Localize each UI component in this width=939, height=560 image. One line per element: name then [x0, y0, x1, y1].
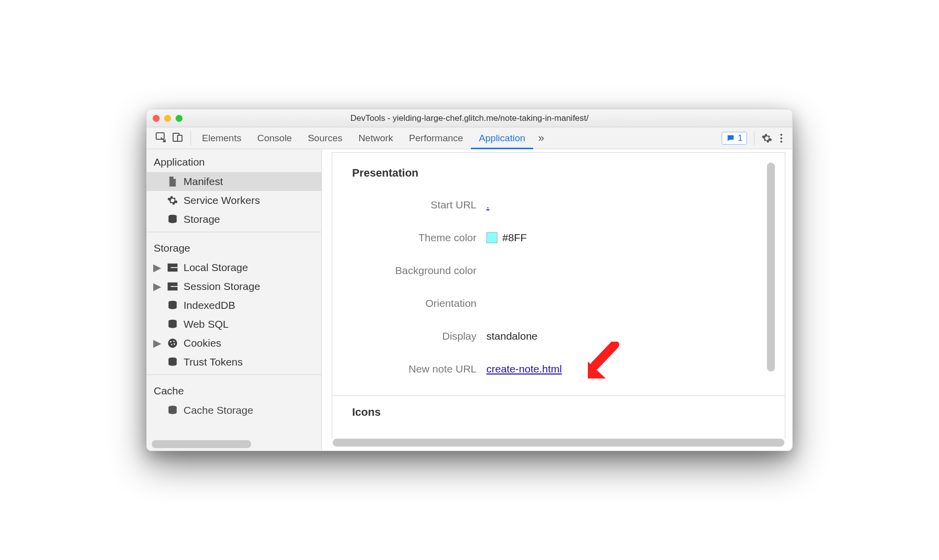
svg-point-4	[780, 137, 782, 139]
tab-application[interactable]: Application	[471, 127, 533, 149]
window-controls	[153, 115, 183, 122]
application-sidebar: Application Manifest Service Workers Sto…	[147, 149, 322, 451]
more-menu-icon[interactable]	[776, 133, 786, 144]
tab-sources[interactable]: Sources	[300, 127, 351, 149]
maximize-window-button[interactable]	[176, 115, 183, 122]
device-toolbar-icon[interactable]	[172, 131, 184, 145]
sidebar-item-storage[interactable]: Storage	[147, 210, 321, 229]
svg-point-3	[780, 134, 782, 136]
section-presentation: Presentation	[332, 153, 785, 188]
row-orientation: Orientation	[332, 287, 785, 320]
sidebar-item-session-storage[interactable]: ▶ Session Storage	[147, 277, 321, 296]
sidebar-group-application: Application	[147, 153, 321, 172]
main-horizontal-scrollbar[interactable]	[333, 439, 784, 448]
minimize-window-button[interactable]	[164, 115, 171, 122]
sidebar-item-label: Local Storage	[184, 262, 248, 274]
tab-elements[interactable]: Elements	[194, 127, 249, 149]
svg-point-17	[173, 341, 175, 342]
row-background-color: Background color	[332, 254, 785, 287]
sidebar-item-trust-tokens[interactable]: Trust Tokens	[147, 353, 321, 372]
sidebar-item-service-workers[interactable]: Service Workers	[147, 191, 321, 210]
new-note-url-link[interactable]: create-note.html	[486, 363, 562, 375]
database-icon	[167, 318, 179, 330]
devtools-window: DevTools - yielding-large-chef.glitch.me…	[146, 109, 793, 451]
table-icon	[167, 280, 179, 292]
svg-rect-2	[178, 135, 182, 141]
sidebar-item-websql[interactable]: Web SQL	[147, 315, 321, 334]
start-url-link[interactable]: .	[486, 199, 489, 211]
sidebar-item-indexeddb[interactable]: IndexedDB	[147, 296, 321, 315]
chevron-right-icon: ▶	[154, 262, 161, 274]
sidebar-item-cookies[interactable]: ▶ Cookies	[147, 334, 321, 353]
issues-badge[interactable]: 1	[722, 132, 747, 145]
row-new-note-url: New note URL create-note.html	[332, 353, 785, 385]
theme-color-swatch	[486, 232, 497, 243]
sidebar-item-cache-storage[interactable]: Cache Storage	[147, 401, 321, 420]
section-icons: Icons	[332, 396, 785, 428]
sidebar-item-label: Trust Tokens	[184, 356, 243, 368]
svg-rect-12	[168, 282, 171, 290]
sidebar-group-storage: Storage	[147, 239, 321, 258]
sidebar-item-label: Cookies	[184, 337, 221, 349]
inspect-icon[interactable]	[155, 131, 167, 145]
sidebar-horizontal-scrollbar[interactable]	[152, 440, 316, 449]
cookie-icon	[167, 337, 179, 349]
row-theme-color: Theme color #8FF	[332, 221, 785, 254]
row-start-url: Start URL .	[332, 188, 785, 221]
database-icon	[167, 404, 179, 416]
tabs-overflow-button[interactable]: »	[533, 132, 549, 145]
titlebar: DevTools - yielding-large-chef.glitch.me…	[147, 109, 792, 127]
devtools-toolbar: Elements Console Sources Network Perform…	[147, 127, 792, 149]
file-icon	[167, 176, 179, 187]
display-value: standalone	[486, 330, 538, 342]
svg-rect-9	[168, 264, 171, 272]
svg-point-19	[174, 343, 175, 345]
tab-performance[interactable]: Performance	[401, 127, 471, 149]
window-title: DevTools - yielding-large-chef.glitch.me…	[147, 113, 792, 123]
sidebar-item-label: Session Storage	[184, 280, 260, 292]
sidebar-item-label: Storage	[184, 213, 220, 225]
svg-point-5	[780, 141, 782, 143]
sidebar-item-label: Manifest	[184, 176, 223, 187]
sidebar-item-manifest[interactable]: Manifest	[147, 172, 321, 191]
tab-network[interactable]: Network	[351, 127, 401, 149]
tab-console[interactable]: Console	[249, 127, 300, 149]
database-icon	[167, 299, 179, 311]
main-vertical-scrollbar[interactable]	[767, 163, 775, 372]
panel-tabs: Elements Console Sources Network Perform…	[194, 127, 722, 149]
sidebar-item-label: Web SQL	[184, 318, 229, 330]
manifest-panel: Presentation Start URL . Theme color #8F…	[322, 149, 792, 451]
close-window-button[interactable]	[153, 115, 160, 122]
row-display: Display standalone	[332, 320, 785, 353]
sidebar-item-local-storage[interactable]: ▶ Local Storage	[147, 258, 321, 277]
theme-color-value: #8FF	[502, 232, 527, 244]
svg-point-15	[168, 339, 177, 348]
svg-rect-0	[156, 133, 164, 139]
gear-icon	[167, 194, 179, 206]
sidebar-item-label: IndexedDB	[184, 299, 235, 311]
sidebar-group-cache: Cache	[147, 382, 321, 401]
chevron-right-icon: ▶	[154, 280, 161, 292]
chevron-right-icon: ▶	[154, 337, 161, 349]
database-icon	[167, 356, 179, 368]
table-icon	[167, 262, 179, 274]
svg-point-16	[170, 341, 172, 343]
svg-point-18	[171, 344, 173, 345]
settings-icon[interactable]	[761, 133, 772, 144]
sidebar-item-label: Cache Storage	[184, 404, 253, 416]
sidebar-item-label: Service Workers	[184, 194, 260, 206]
database-icon	[167, 213, 179, 225]
